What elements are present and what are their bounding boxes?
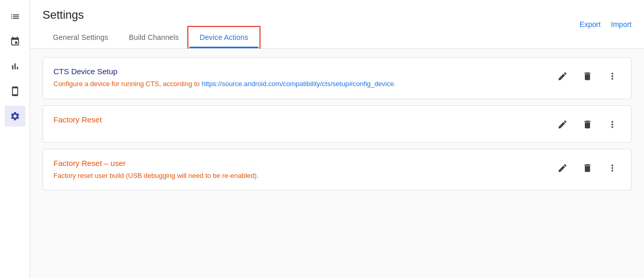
sidebar-item-analytics[interactable] xyxy=(5,56,25,77)
sidebar xyxy=(0,0,30,278)
content-area: CTS Device Setup Configure a device for … xyxy=(30,49,644,278)
card-title-factory-reset-user: Factory Reset – user xyxy=(53,159,554,168)
card-title-factory-reset: Factory Reset xyxy=(53,115,554,124)
tab-general-settings[interactable]: General Settings xyxy=(43,28,119,48)
more-button-factory-reset-user[interactable] xyxy=(604,160,621,176)
card-actions-factory-reset xyxy=(554,115,621,133)
card-actions-cts xyxy=(554,67,621,85)
delete-button-cts[interactable] xyxy=(579,68,596,85)
more-button-factory-reset[interactable] xyxy=(604,116,621,133)
edit-button-factory-reset-user[interactable] xyxy=(554,160,571,176)
card-desc-cts: Configure a device for running CTS, acco… xyxy=(53,79,554,89)
export-button[interactable]: Export xyxy=(580,20,600,29)
edit-button-factory-reset[interactable] xyxy=(554,116,571,133)
sidebar-item-calendar[interactable] xyxy=(5,31,25,52)
card-desc-factory-reset-user: Factory reset user build (USB debugging … xyxy=(53,171,554,181)
sidebar-item-tasks[interactable] xyxy=(5,6,25,27)
more-button-cts[interactable] xyxy=(604,68,621,85)
header: Settings General Settings Build Channels… xyxy=(30,0,644,49)
tab-device-actions[interactable]: Device Actions xyxy=(189,28,259,48)
header-left: Settings General Settings Build Channels… xyxy=(43,8,258,48)
tabs: General Settings Build Channels Device A… xyxy=(43,28,258,48)
tab-build-channels[interactable]: Build Channels xyxy=(119,28,189,48)
header-right: Export Import xyxy=(580,20,632,37)
card-body-factory-reset-user: Factory Reset – user Factory reset user … xyxy=(53,159,554,181)
sidebar-item-settings[interactable] xyxy=(5,106,25,127)
card-factory-reset: Factory Reset xyxy=(43,105,632,143)
card-body-cts: CTS Device Setup Configure a device for … xyxy=(53,67,554,89)
card-cts-device-setup: CTS Device Setup Configure a device for … xyxy=(43,57,632,99)
page-title: Settings xyxy=(43,8,258,22)
delete-button-factory-reset-user[interactable] xyxy=(579,160,596,176)
card-actions-factory-reset-user xyxy=(554,159,621,176)
edit-button-cts[interactable] xyxy=(554,68,571,85)
card-body-factory-reset: Factory Reset xyxy=(53,115,554,127)
card-factory-reset-user: Factory Reset – user Factory reset user … xyxy=(43,149,632,191)
sidebar-item-device[interactable] xyxy=(5,81,25,102)
main-content: Settings General Settings Build Channels… xyxy=(30,0,644,278)
card-title-cts: CTS Device Setup xyxy=(53,67,554,76)
delete-button-factory-reset[interactable] xyxy=(579,116,596,133)
cts-link[interactable]: https://source.android.com/compatibility… xyxy=(201,80,394,88)
import-button[interactable]: Import xyxy=(611,20,632,29)
